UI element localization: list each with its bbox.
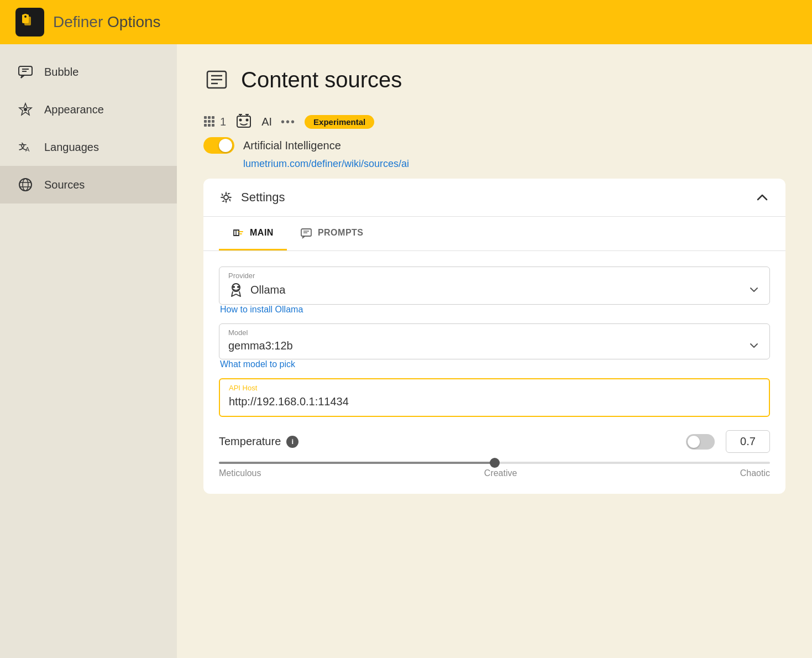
model-dropdown-arrow[interactable] (747, 339, 761, 352)
main-tab-icon (232, 227, 244, 239)
collapse-icon[interactable] (755, 190, 770, 205)
prompts-tab-icon (300, 227, 312, 239)
temperature-section: Temperature i 0.7 (219, 430, 770, 478)
app-header: Definer Options (0, 0, 812, 44)
bubble-icon (18, 64, 33, 80)
logo-icon (20, 12, 40, 32)
install-ollama-link[interactable]: How to install Ollama (220, 305, 770, 315)
sidebar-label-sources: Sources (44, 179, 85, 191)
api-host-input[interactable] (229, 394, 760, 409)
sidebar-label-languages: Languages (44, 141, 99, 154)
appearance-icon (18, 102, 33, 117)
provider-selected: Ollama (250, 284, 285, 296)
main-layout: Bubble Appearance 文 A Languages (0, 44, 812, 658)
grid-icon (203, 116, 216, 128)
temperature-value: 0.7 (726, 430, 770, 453)
svg-rect-24 (212, 120, 214, 123)
provider-dropdown-arrow[interactable] (747, 283, 761, 296)
source-index: 1 (220, 116, 226, 128)
main-content: Content sources 1 (177, 44, 812, 658)
ai-icon (235, 113, 253, 130)
temperature-slider-container: Meticulous Creative Chaotic (219, 462, 770, 478)
svg-rect-26 (208, 124, 211, 127)
source-toggle[interactable] (203, 137, 234, 154)
settings-header-left: Settings (219, 190, 285, 205)
settings-content: Provider O (203, 251, 785, 494)
app-logo (15, 8, 44, 36)
slider-label-meticulous: Meticulous (219, 468, 261, 478)
svg-rect-23 (208, 120, 211, 123)
model-select[interactable]: gemma3:12b (228, 339, 761, 352)
app-title: Definer Options (53, 13, 161, 31)
svg-point-3 (24, 15, 27, 18)
slider-thumb[interactable] (490, 458, 500, 468)
svg-point-8 (24, 108, 27, 111)
toggle-thumb (219, 139, 232, 152)
provider-field-group: Provider O (219, 267, 770, 315)
temperature-label-row: Temperature i (219, 435, 298, 448)
gear-icon (219, 190, 233, 205)
source-row: 1 AI ••• Experimental (203, 113, 785, 130)
sidebar-item-bubble[interactable]: Bubble (0, 53, 177, 91)
api-host-label: API Host (229, 384, 760, 392)
slider-labels: Meticulous Creative Chaotic (219, 468, 770, 478)
provider-select[interactable]: Ollama (228, 282, 761, 297)
api-host-field: API Host (219, 378, 770, 417)
svg-rect-25 (204, 124, 207, 127)
temperature-toggle[interactable] (686, 434, 715, 450)
provider-field: Provider O (219, 267, 770, 305)
content-sources-icon (206, 69, 228, 91)
provider-label: Provider (228, 271, 761, 280)
page-header-icon (203, 66, 230, 93)
svg-point-29 (239, 119, 242, 122)
api-host-field-group: API Host (219, 378, 770, 417)
experimental-badge: Experimental (305, 115, 374, 129)
svg-text:A: A (25, 146, 30, 153)
svg-point-36 (238, 231, 239, 232)
svg-rect-21 (212, 116, 214, 119)
svg-rect-27 (212, 124, 214, 127)
svg-point-42 (237, 286, 239, 288)
settings-title: Settings (241, 190, 285, 205)
settings-header: Settings (203, 179, 785, 217)
slider-fill (219, 462, 495, 464)
source-type-label: AI (261, 116, 272, 128)
tab-main-label: MAIN (250, 228, 274, 238)
svg-rect-22 (204, 120, 207, 123)
ollama-icon (228, 282, 244, 297)
sources-icon (18, 177, 33, 192)
svg-point-11 (19, 179, 32, 191)
tab-main[interactable]: MAIN (219, 217, 287, 250)
temperature-toggle-thumb (688, 436, 700, 448)
sidebar-label-bubble: Bubble (44, 66, 78, 79)
settings-tabs: MAIN PROMPTS (203, 217, 785, 251)
tab-prompts[interactable]: PROMPTS (287, 217, 377, 250)
source-dots: ••• (281, 116, 296, 128)
model-value: gemma3:12b (228, 340, 293, 352)
sidebar-label-appearance: Appearance (44, 103, 104, 116)
temperature-info-icon[interactable]: i (286, 436, 298, 448)
tab-prompts-label: PROMPTS (318, 228, 364, 238)
temperature-header: Temperature i 0.7 (219, 430, 770, 453)
model-label: Model (228, 328, 761, 337)
svg-rect-20 (208, 116, 211, 119)
svg-rect-19 (204, 116, 207, 119)
svg-point-35 (224, 195, 228, 200)
provider-value: Ollama (228, 282, 285, 297)
svg-point-12 (23, 179, 28, 191)
sidebar-item-sources[interactable]: Sources (0, 166, 177, 203)
sidebar-item-languages[interactable]: 文 A Languages (0, 128, 177, 166)
slider-label-chaotic: Chaotic (740, 468, 770, 478)
source-url-link[interactable]: lumetrium.com/definer/wiki/sources/ai (243, 158, 785, 170)
sidebar: Bubble Appearance 文 A Languages (0, 44, 177, 658)
svg-point-30 (246, 119, 249, 122)
temperature-slider-track[interactable] (219, 462, 770, 464)
slider-label-creative: Creative (484, 468, 517, 478)
model-field-group: Model gemma3:12b What model to pick (219, 323, 770, 369)
source-name: Artificial Intelligence (243, 139, 341, 152)
sidebar-item-appearance[interactable]: Appearance (0, 91, 177, 128)
temperature-label: Temperature (219, 435, 281, 448)
svg-rect-28 (237, 116, 250, 127)
model-field: Model gemma3:12b (219, 323, 770, 359)
model-help-link[interactable]: What model to pick (220, 359, 770, 369)
